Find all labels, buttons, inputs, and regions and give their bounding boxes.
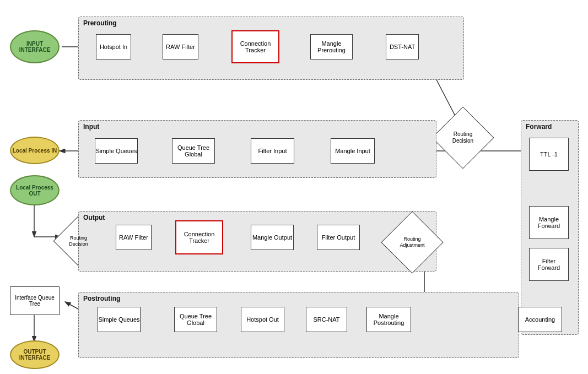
connection-tracker-pre: Connection Tracker bbox=[231, 30, 279, 63]
output-title: Output bbox=[83, 214, 105, 221]
interface-queue-tree: Interface Queue Tree bbox=[10, 286, 60, 315]
ttl-minus1: TTL -1 bbox=[529, 138, 569, 171]
src-nat: SRC-NAT bbox=[306, 307, 347, 332]
postrouting-title: Postrouting bbox=[83, 295, 120, 302]
routing-decision-pre: Routing Decision bbox=[441, 116, 485, 160]
mangle-input: Mangle Input bbox=[331, 138, 375, 164]
filter-forward: Filter Forward bbox=[529, 248, 569, 281]
simple-queues-post: Simple Queues bbox=[98, 307, 141, 332]
raw-filter-out: RAW Filter bbox=[116, 225, 152, 250]
mangle-postrouting: Mangle Postrouting bbox=[366, 307, 411, 332]
routing-adjustment: Routing Adjustment bbox=[390, 220, 434, 264]
queue-tree-global-post: Queue Tree Global bbox=[174, 307, 217, 332]
filter-output: Filter Output bbox=[317, 225, 360, 250]
postrouting-section: Postrouting bbox=[78, 292, 519, 358]
mangle-forward: Mangle Forward bbox=[529, 206, 569, 239]
output-interface: OUTPUT INTERFACE bbox=[10, 340, 60, 369]
hotspot-out: Hotspot Out bbox=[241, 307, 284, 332]
hotspot-in: Hotspot In bbox=[96, 34, 131, 59]
local-process-in: Local Process IN bbox=[10, 137, 60, 164]
local-process-out: Local Process OUT bbox=[10, 175, 60, 205]
mangle-output: Mangle Output bbox=[251, 225, 294, 250]
mangle-prerouting: Mangle Prerouting bbox=[310, 34, 353, 59]
input-interface: INPUT INTERFACE bbox=[10, 30, 60, 63]
forward-title: Forward bbox=[526, 123, 552, 131]
accounting: Accounting bbox=[518, 307, 562, 332]
dst-nat: DST-NAT bbox=[386, 34, 419, 59]
simple-queues-in: Simple Queues bbox=[95, 138, 138, 164]
input-title: Input bbox=[83, 123, 99, 131]
connection-tracker-out: Connection Tracker bbox=[175, 220, 223, 254]
queue-tree-global-in: Queue Tree Global bbox=[172, 138, 215, 164]
raw-filter-pre: RAW Filter bbox=[163, 34, 198, 59]
filter-input: Filter Input bbox=[251, 138, 294, 164]
prerouting-title: Prerouting bbox=[83, 19, 117, 27]
diagram: Prerouting INPUT INTERFACE Hotspot In RA… bbox=[0, 0, 588, 374]
